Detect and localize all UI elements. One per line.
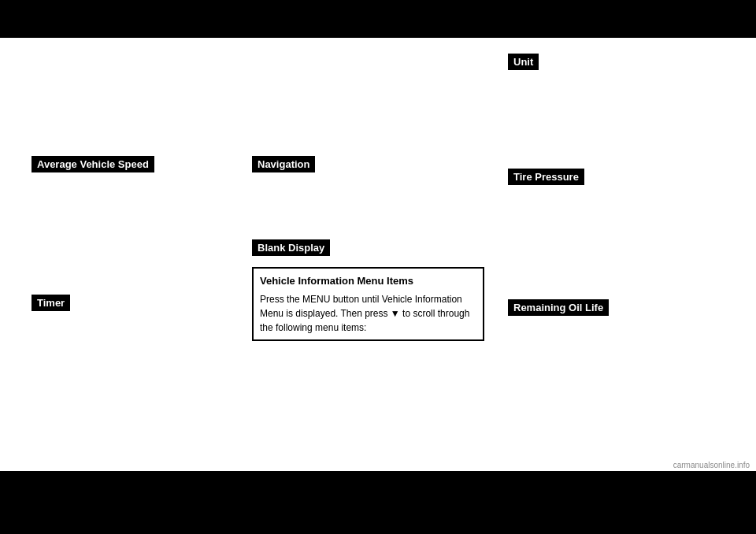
vehicle-info-body: Press the MENU button until Vehicle Info…: [260, 292, 476, 335]
blank-display-label: Blank Display: [252, 239, 330, 256]
vehicle-info-title: Vehicle Information Menu Items: [260, 273, 476, 289]
watermark: carmanualsonline.info: [673, 461, 750, 469]
watermark-text: carmanualsonline.info: [673, 461, 750, 469]
tire-pressure-label: Tire Pressure: [508, 169, 584, 185]
average-vehicle-speed-label: Average Vehicle Speed: [32, 156, 154, 172]
unit-label: Unit: [508, 54, 539, 70]
middle-column: Navigation Blank Display Vehicle Informa…: [236, 46, 484, 463]
timer-label: Timer: [32, 295, 70, 311]
remaining-oil-life-label: Remaining Oil Life: [508, 299, 609, 316]
columns-layout: Average Vehicle Speed Timer Navigation B…: [24, 46, 732, 463]
page: Average Vehicle Speed Timer Navigation B…: [0, 0, 756, 534]
content-area: Average Vehicle Speed Timer Navigation B…: [0, 38, 756, 471]
right-column: Unit Tire Pressure Remaining Oil Life: [484, 46, 732, 463]
navigation-label: Navigation: [252, 156, 315, 172]
vehicle-info-box: Vehicle Information Menu Items Press the…: [252, 267, 484, 341]
left-column: Average Vehicle Speed Timer: [24, 46, 236, 463]
